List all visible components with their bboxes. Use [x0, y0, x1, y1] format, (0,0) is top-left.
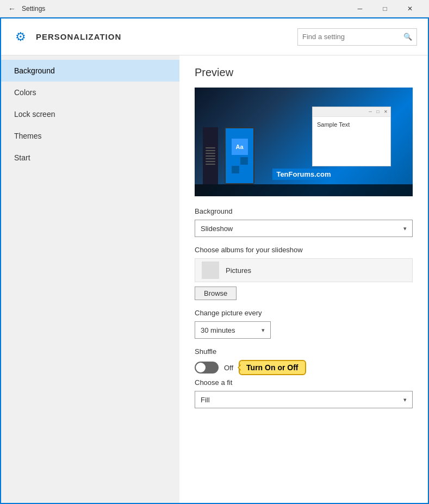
- shuffle-label: Shuffle: [195, 347, 413, 356]
- preview-taskbar: [195, 184, 413, 196]
- preview-phone: Aa: [225, 127, 254, 184]
- preview-window: ─ □ ✕ Sample Text: [312, 107, 391, 166]
- sidebar-item-colors[interactable]: Colors: [1, 82, 179, 103]
- section-title: Preview: [195, 66, 413, 79]
- search-input[interactable]: [302, 33, 403, 41]
- album-thumbnail: [202, 262, 219, 279]
- tooltip-bubble: Turn On or Off: [239, 360, 306, 375]
- back-button[interactable]: ←: [7, 3, 17, 14]
- shuffle-toggle-row: Off Turn On or Off: [195, 360, 413, 375]
- sidebar-item-themes[interactable]: Themes: [1, 125, 179, 147]
- preview-area: Aa ─ □: [195, 88, 413, 196]
- content-area: Background Colors Lock screen Themes Sta…: [1, 55, 428, 503]
- background-dropdown-value: Slideshow: [201, 225, 403, 233]
- shuffle-section: Shuffle Off Turn On or Off: [195, 347, 413, 375]
- browse-button[interactable]: Browse: [195, 287, 237, 300]
- sidebar-item-lock-screen[interactable]: Lock screen: [1, 103, 179, 125]
- sidebar: Background Colors Lock screen Themes Sta…: [1, 55, 179, 503]
- minimize-button[interactable]: ─: [347, 0, 372, 17]
- settings-icon: ⚙: [12, 28, 29, 46]
- preview-background: Aa ─ □: [195, 88, 413, 196]
- preview-left-panel: [203, 127, 218, 184]
- chevron-down-icon-2: ▾: [262, 327, 265, 334]
- maximize-button[interactable]: □: [372, 0, 397, 17]
- app-title: PERSONALIZATION: [36, 32, 297, 41]
- toggle-knob: [196, 363, 206, 372]
- shuffle-toggle[interactable]: [195, 362, 219, 374]
- change-picture-label: Change picture every: [195, 309, 413, 317]
- sidebar-item-background[interactable]: Background: [1, 60, 179, 82]
- toggle-state-label: Off: [224, 364, 233, 372]
- search-box[interactable]: 🔍: [297, 28, 417, 46]
- change-picture-dropdown[interactable]: 30 minutes ▾: [195, 321, 271, 339]
- choose-fit-value: Fill: [201, 396, 403, 404]
- settings-header: ⚙ PERSONALIZATION 🔍: [1, 18, 428, 55]
- preview-phone-aa: Aa: [232, 139, 248, 155]
- albums-label: Choose albums for your slideshow: [195, 246, 413, 254]
- titlebar: ← Settings ─ □ ✕: [0, 0, 429, 17]
- background-dropdown[interactable]: Slideshow ▾: [195, 220, 413, 237]
- sidebar-item-start[interactable]: Start: [1, 147, 179, 169]
- chevron-down-icon-3: ▾: [403, 396, 407, 403]
- watermark: TenForums.com: [272, 169, 335, 180]
- album-item[interactable]: Pictures: [195, 258, 413, 282]
- titlebar-title: Settings: [22, 5, 347, 13]
- close-button[interactable]: ✕: [397, 0, 422, 17]
- change-picture-value: 30 minutes: [201, 326, 262, 334]
- main-panel: Preview: [179, 55, 428, 503]
- chevron-down-icon: ▾: [403, 225, 407, 232]
- window-controls: ─ □ ✕: [347, 0, 422, 17]
- background-label: Background: [195, 207, 413, 215]
- choose-fit-dropdown[interactable]: Fill ▾: [195, 391, 413, 408]
- settings-window: ⚙ PERSONALIZATION 🔍 Background Colors Lo…: [0, 17, 429, 504]
- album-name: Pictures: [226, 266, 251, 275]
- search-icon: 🔍: [403, 33, 412, 41]
- choose-fit-label: Choose a fit: [195, 378, 413, 387]
- sample-text: Sample Text: [313, 117, 390, 132]
